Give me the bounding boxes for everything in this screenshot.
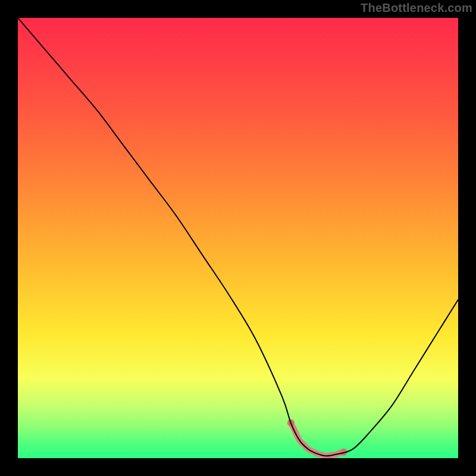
watermark-text: TheBottleneck.com: [361, 1, 472, 15]
chart-frame: TheBottleneck.com: [0, 0, 476, 476]
plot-background-gradient: [18, 18, 458, 458]
